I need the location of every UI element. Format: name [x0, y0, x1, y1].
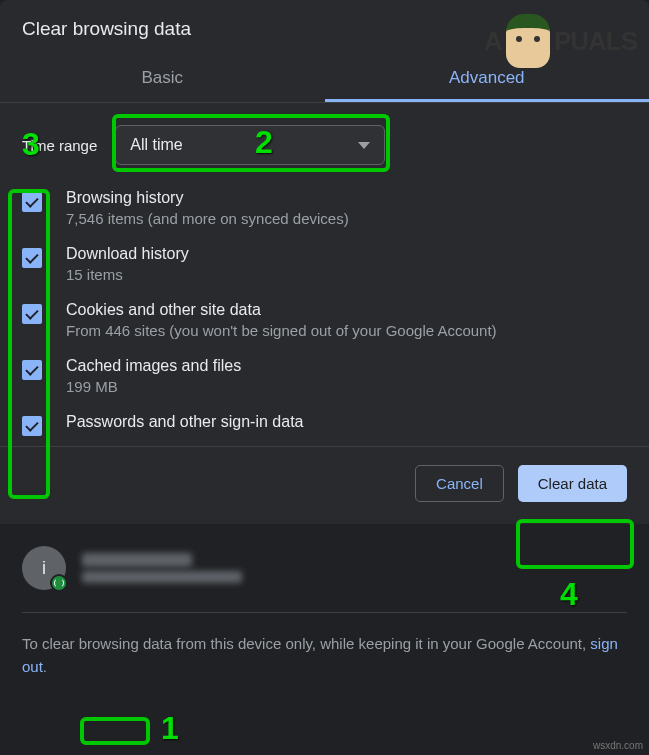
- checkbox-cached[interactable]: [22, 360, 42, 380]
- annotation-number-1: 1: [161, 710, 179, 747]
- time-range-row: Time range All time: [22, 125, 627, 165]
- time-range-dropdown[interactable]: All time: [115, 125, 385, 165]
- footer: i To clear browsing data from this devic…: [0, 524, 649, 700]
- option-cached: Cached images and files 199 MB: [22, 357, 627, 395]
- options-list: Browsing history 7,546 items (and more o…: [22, 189, 627, 436]
- dialog-title: Clear browsing data: [0, 0, 649, 54]
- checkmark-icon: [25, 418, 38, 431]
- checkmark-icon: [25, 194, 38, 207]
- checkbox-download-history[interactable]: [22, 248, 42, 268]
- option-browsing-history: Browsing history 7,546 items (and more o…: [22, 189, 627, 227]
- button-row: Cancel Clear data: [0, 446, 649, 524]
- tabs: Basic Advanced: [0, 54, 649, 103]
- avatar-initial: i: [42, 558, 46, 579]
- checkmark-icon: [25, 306, 38, 319]
- tab-advanced[interactable]: Advanced: [325, 54, 650, 102]
- checkbox-cookies[interactable]: [22, 304, 42, 324]
- option-title: Passwords and other sign-in data: [66, 413, 303, 431]
- option-title: Cookies and other site data: [66, 301, 497, 319]
- option-subtitle: 199 MB: [66, 378, 241, 395]
- dialog-content: Time range All time Browsing history 7,5…: [0, 103, 649, 446]
- time-range-label: Time range: [22, 137, 97, 154]
- option-passwords: Passwords and other sign-in data: [22, 413, 627, 436]
- account-info: [82, 553, 242, 583]
- clear-data-button[interactable]: Clear data: [518, 465, 627, 502]
- chevron-down-icon: [358, 142, 370, 149]
- sync-badge-icon: [50, 574, 68, 592]
- checkbox-browsing-history[interactable]: [22, 192, 42, 212]
- avatar: i: [22, 546, 66, 590]
- option-title: Cached images and files: [66, 357, 241, 375]
- account-row: i: [22, 546, 627, 613]
- cancel-button[interactable]: Cancel: [415, 465, 504, 502]
- account-name-redacted: [82, 553, 192, 567]
- option-title: Browsing history: [66, 189, 349, 207]
- account-email-redacted: [82, 571, 242, 583]
- clear-browsing-dialog: Clear browsing data Basic Advanced Time …: [0, 0, 649, 524]
- option-subtitle: 15 items: [66, 266, 189, 283]
- checkmark-icon: [25, 250, 38, 263]
- option-download-history: Download history 15 items: [22, 245, 627, 283]
- option-subtitle: From 446 sites (you won't be signed out …: [66, 322, 497, 339]
- option-title: Download history: [66, 245, 189, 263]
- footer-text: To clear browsing data from this device …: [22, 633, 627, 678]
- annotation-box-1: [80, 717, 150, 745]
- option-subtitle: 7,546 items (and more on synced devices): [66, 210, 349, 227]
- image-credit: wsxdn.com: [593, 740, 643, 751]
- footer-text-after: .: [43, 658, 47, 675]
- checkmark-icon: [25, 362, 38, 375]
- option-cookies: Cookies and other site data From 446 sit…: [22, 301, 627, 339]
- footer-text-before: To clear browsing data from this device …: [22, 635, 590, 652]
- time-range-value: All time: [130, 136, 182, 154]
- tab-basic[interactable]: Basic: [0, 54, 325, 102]
- checkbox-passwords[interactable]: [22, 416, 42, 436]
